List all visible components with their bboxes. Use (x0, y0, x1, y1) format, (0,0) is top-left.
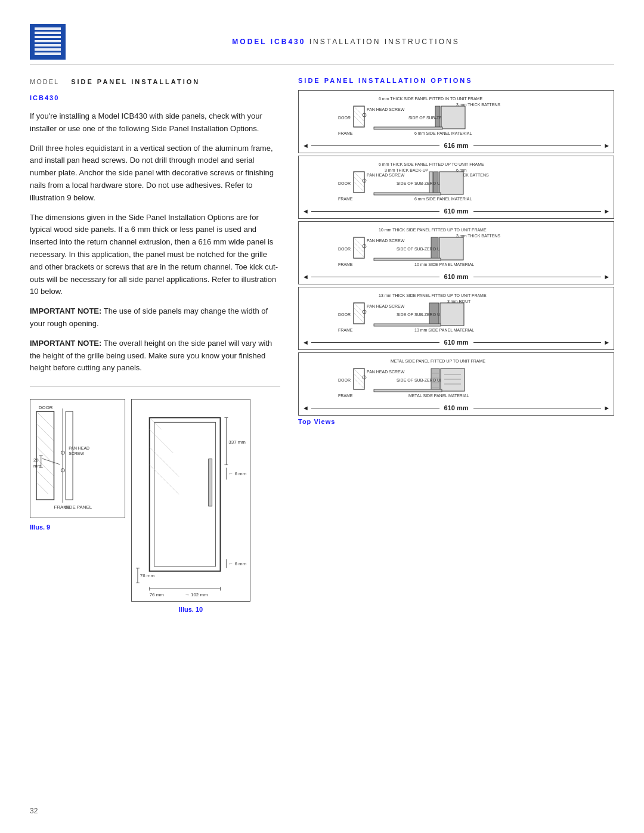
svg-line-21 (36, 411, 54, 429)
svg-rect-116 (374, 324, 441, 326)
svg-line-94 (354, 247, 364, 258)
important-1-bold: IMPORTANT NOTE: (30, 306, 101, 315)
page-header: MODEL ICB430 INSTALLATION INSTRUCTIONS (30, 24, 614, 65)
diagram-4: 13 mm THICK SIDE PANEL FITTED UP TO UNIT… (298, 287, 614, 350)
header-rest: INSTALLATION INSTRUCTIONS (305, 38, 459, 46)
side-panel-heading-text: SIDE PANEL INSTALLATION (71, 78, 200, 85)
diagram-5-svg: METAL SIDE PANEL FITTED UP TO UNIT FRAME… (302, 357, 610, 401)
brand-logo (30, 24, 66, 60)
svg-line-23 (36, 435, 54, 453)
svg-text:SIDE OF SUB-ZERO UNIT: SIDE OF SUB-ZERO UNIT (397, 312, 447, 317)
para-important-2: IMPORTANT NOTE: The overall height on th… (30, 337, 280, 374)
svg-text:102 mm: 102 mm (191, 593, 208, 598)
svg-rect-1 (35, 27, 61, 30)
important-2-bold: IMPORTANT NOTE: (30, 339, 101, 348)
svg-text:DOOR: DOOR (338, 378, 351, 382)
dim-line-3: ◄ 610 mm ► (302, 273, 610, 280)
header-title: MODEL ICB430 INSTALLATION INSTRUCTIONS (78, 38, 614, 46)
svg-text:3 mm THICK BACK-UP: 3 mm THICK BACK-UP (385, 168, 429, 172)
left-column: MODEL SIDE PANEL INSTALLATION ICB430 If … (30, 77, 280, 613)
model-word-text: MODEL (30, 78, 59, 85)
svg-line-26 (36, 470, 54, 488)
dim-value-1: 616 mm (444, 142, 469, 149)
dim-value-4: 610 mm (444, 339, 469, 346)
diagram-2-svg: 6 mm THICK SIDE PANEL FITTED UP TO UNIT … (302, 160, 610, 205)
svg-line-33 (150, 418, 162, 430)
svg-rect-32 (154, 422, 216, 566)
header-model: MODEL ICB430 (232, 38, 305, 46)
side-panel-heading-label: SIDE PANEL INSTALLATION (71, 77, 200, 86)
svg-text:FRAME: FRAME (338, 328, 353, 332)
svg-line-61 (354, 116, 364, 126)
para-1: If you're installing a Model ICB430 with… (30, 110, 280, 135)
diagram-3-svg: 10 mm THICK SIDE PANEL FITTED UP TO UNIT… (302, 225, 610, 270)
svg-line-76 (354, 181, 364, 192)
svg-rect-106 (354, 303, 364, 324)
svg-rect-67 (441, 106, 465, 129)
para-important-1: IMPORTANT NOTE: The use of side panels m… (30, 305, 280, 330)
svg-text:6 mm THICK SIDE PANEL FITTED U: 6 mm THICK SIDE PANEL FITTED UP TO UNIT … (379, 162, 484, 166)
svg-text:6 mm THICK SIDE PANEL FITTED I: 6 mm THICK SIDE PANEL FITTED IN TO UNIT … (379, 97, 482, 101)
diagram-4-svg: 13 mm THICK SIDE PANEL FITTED UP TO UNIT… (302, 291, 610, 336)
top-views-label: Top Views (298, 418, 614, 425)
illus10-label: Illus. 10 (131, 606, 250, 613)
model-number-display: ICB430 (30, 93, 280, 102)
svg-rect-7 (35, 52, 61, 55)
dim-line-5: ◄ 610 mm ► (302, 404, 610, 411)
svg-text:6 mm SIDE PANEL MATERIAL: 6 mm SIDE PANEL MATERIAL (414, 197, 472, 201)
svg-line-109 (354, 312, 364, 323)
svg-text:DOOR: DOOR (338, 312, 351, 317)
svg-text:METAL SIDE PANEL FITTED UP TO : METAL SIDE PANEL FITTED UP TO UNIT FRAME (391, 359, 485, 363)
model-number-text: ICB430 (30, 94, 59, 101)
svg-rect-68 (374, 127, 442, 129)
diagram-1-svg: 6 mm THICK SIDE PANEL FITTED IN TO UNIT … (302, 94, 610, 139)
svg-text:PAN HEAD: PAN HEAD (69, 446, 89, 450)
svg-text:10 mm SIDE PANEL MATERIAL: 10 mm SIDE PANEL MATERIAL (414, 262, 474, 267)
svg-text:mm: mm (33, 463, 42, 469)
svg-line-34 (150, 429, 174, 453)
svg-text:SIDE PANEL: SIDE PANEL (64, 504, 92, 510)
dim-line-2: ◄ 610 mm ► (302, 208, 610, 215)
dim-line-1: ◄ 616 mm ► (302, 142, 610, 149)
svg-text:PAN HEAD SCREW: PAN HEAD SCREW (367, 370, 405, 374)
svg-line-24 (36, 447, 54, 465)
illus9-container: DOOR 29 mm PAN HEAD SCREW (30, 399, 125, 531)
svg-line-22 (36, 423, 54, 441)
side-panel-options-heading: SIDE PANEL INSTALLATION OPTIONS (298, 77, 614, 84)
svg-text:PAN HEAD SCREW: PAN HEAD SCREW (367, 107, 405, 112)
diagram-2: 6 mm THICK SIDE PANEL FITTED UP TO UNIT … (298, 156, 614, 219)
svg-text:DOOR: DOOR (338, 181, 351, 185)
model-label-row: MODEL SIDE PANEL INSTALLATION (30, 77, 280, 86)
illus10-svg: 337 mm ← 6 mm ← 6 mm 76 mm (131, 399, 250, 602)
svg-rect-85 (439, 172, 463, 194)
svg-text:6 mm SIDE PANEL MATERIAL: 6 mm SIDE PANEL MATERIAL (414, 131, 472, 135)
svg-rect-73 (354, 172, 364, 193)
dim-value-2: 610 mm (444, 208, 469, 215)
svg-text:76 mm: 76 mm (150, 593, 165, 598)
svg-text:76 mm: 76 mm (140, 573, 155, 578)
svg-line-124 (354, 378, 364, 389)
svg-text:FRAME: FRAME (338, 131, 353, 135)
diagram-1: 6 mm THICK SIDE PANEL FITTED IN TO UNIT … (298, 90, 614, 153)
svg-rect-58 (354, 106, 364, 127)
svg-text:← 6 mm: ← 6 mm (228, 472, 246, 477)
svg-rect-86 (374, 193, 441, 195)
page: MODEL ICB430 INSTALLATION INSTRUCTIONS M… (0, 0, 644, 833)
dim-value-5: 610 mm (444, 404, 469, 411)
para-2: Drill three holes equidistant in a verti… (30, 143, 280, 205)
svg-rect-91 (354, 237, 364, 258)
svg-rect-55 (209, 459, 212, 506)
svg-rect-133 (441, 368, 465, 391)
svg-rect-121 (354, 368, 364, 389)
svg-rect-2 (35, 32, 61, 34)
model-word: MODEL (30, 77, 59, 86)
illus10-container: 337 mm ← 6 mm ← 6 mm 76 mm (131, 399, 250, 613)
divider (30, 386, 280, 387)
illustrations-area: DOOR 29 mm PAN HEAD SCREW (30, 399, 280, 613)
svg-text:PAN HEAD SCREW: PAN HEAD SCREW (367, 239, 405, 243)
svg-text:13 mm SIDE PANEL MATERIAL: 13 mm SIDE PANEL MATERIAL (414, 328, 474, 332)
svg-text:10 mm THICK SIDE PANEL FITTED : 10 mm THICK SIDE PANEL FITTED UP TO UNIT… (379, 228, 487, 232)
svg-rect-4 (35, 40, 61, 42)
diagram-5: METAL SIDE PANEL FITTED UP TO UNIT FRAME… (298, 352, 614, 416)
svg-text:← 6 mm: ← 6 mm (228, 561, 246, 566)
